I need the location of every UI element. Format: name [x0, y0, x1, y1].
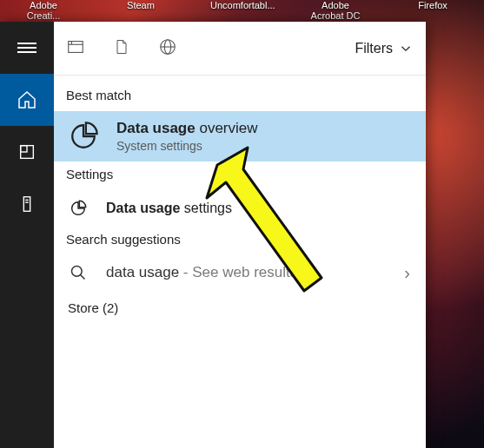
- scope-documents-button[interactable]: [113, 37, 130, 60]
- apps-button[interactable]: [0, 126, 54, 178]
- result-web-search[interactable]: data usage - See web results ›: [54, 255, 426, 290]
- globe-icon: [158, 37, 177, 56]
- search-icon: [70, 264, 87, 281]
- start-search-flyout: Filters Best match Data usage overview S…: [0, 22, 426, 448]
- group-best-match: Best match: [66, 88, 414, 102]
- result-data-usage-settings[interactable]: Data usage settings: [54, 190, 426, 227]
- result-data-usage-overview[interactable]: Data usage overview System settings: [54, 111, 426, 161]
- scope-web-button[interactable]: [158, 37, 177, 60]
- pie-chart-icon: [69, 199, 88, 218]
- svg-rect-1: [21, 146, 27, 152]
- group-settings: Settings: [66, 167, 414, 181]
- group-search-suggestions: Search suggestions: [66, 232, 414, 247]
- desktop-icon-labels: Adobe Creati... Steam Uncomfortabl... Ad…: [0, 0, 484, 21]
- desktop-icon-label[interactable]: Uncomfortabl...: [210, 0, 266, 21]
- window-icon: [66, 37, 85, 56]
- result-title: data usage - See web results: [106, 264, 297, 281]
- search-scope-bar: Filters: [54, 22, 426, 76]
- results-content: Best match Data usage overview System se…: [54, 76, 426, 326]
- svg-rect-2: [23, 197, 30, 212]
- apps-icon: [17, 142, 36, 161]
- result-subtitle: System settings: [116, 139, 258, 153]
- desktop-icon-label[interactable]: Steam: [113, 0, 169, 21]
- search-results-panel: Filters Best match Data usage overview S…: [54, 22, 426, 448]
- hamburger-icon: [17, 40, 36, 56]
- svg-rect-5: [69, 41, 83, 52]
- tower-icon: [17, 194, 36, 214]
- chevron-down-icon: [398, 41, 414, 56]
- filters-label: Filters: [355, 41, 393, 56]
- filters-dropdown[interactable]: Filters: [355, 41, 414, 56]
- desktop-icon-label[interactable]: Firefox: [405, 0, 461, 21]
- start-navigation-rail: [0, 22, 54, 448]
- scope-apps-button[interactable]: [66, 37, 85, 60]
- home-button[interactable]: [0, 74, 54, 126]
- devices-button[interactable]: [0, 178, 54, 230]
- document-icon: [113, 37, 130, 56]
- svg-point-11: [72, 267, 83, 277]
- desktop-icon-label[interactable]: Adobe Acrobat DC: [308, 0, 363, 21]
- chevron-right-icon: ›: [404, 263, 410, 283]
- svg-line-12: [81, 275, 85, 280]
- desktop-icon-label[interactable]: Adobe Creati...: [16, 0, 71, 21]
- pie-chart-icon: [69, 122, 98, 151]
- group-store[interactable]: Store (2): [68, 300, 412, 315]
- hamburger-menu-button[interactable]: [0, 22, 54, 74]
- home-icon: [17, 89, 37, 110]
- result-title: Data usage overview: [116, 120, 258, 137]
- result-title: Data usage settings: [106, 201, 232, 216]
